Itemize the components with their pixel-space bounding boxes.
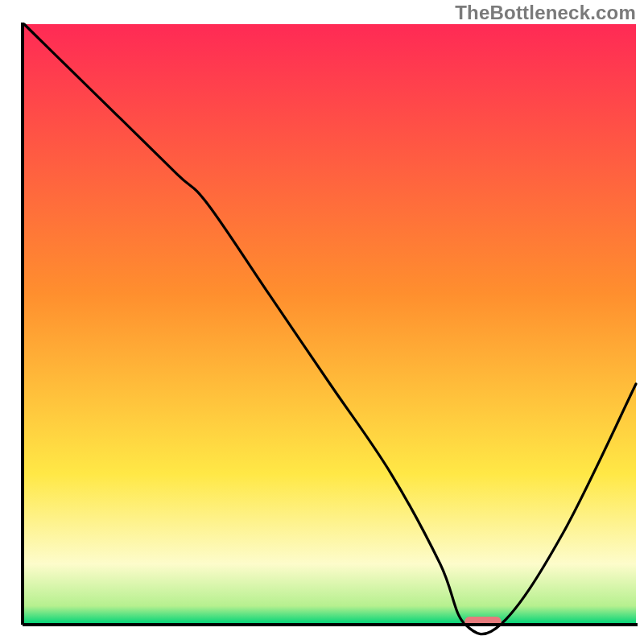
watermark-label: TheBottleneck.com <box>455 2 636 24</box>
plot-area <box>24 24 636 634</box>
bottleneck-chart <box>0 0 644 644</box>
chart-wrapper: TheBottleneck.com <box>0 0 644 644</box>
